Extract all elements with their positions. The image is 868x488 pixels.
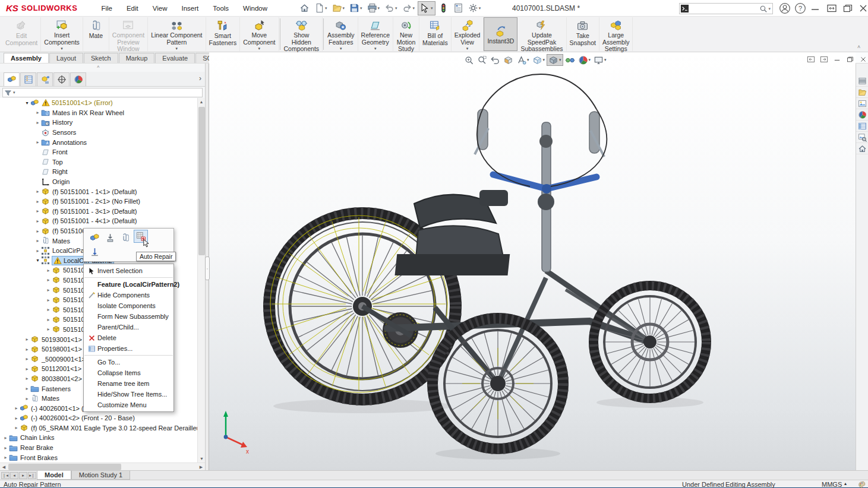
menu-item-hide-show-tree-items[interactable]: Hide/Show Tree Items...	[84, 389, 173, 400]
model-canvas[interactable]: x	[209, 52, 856, 470]
tree-row[interactable]: ▸(f) 50151001 - 2<1> (No Fillet)	[0, 197, 197, 207]
menu-view[interactable]: View	[146, 2, 175, 15]
expand-closed-icon[interactable]: ▸	[34, 229, 41, 234]
expand-closed-icon[interactable]: ▸	[45, 287, 52, 293]
search-dropdown-icon[interactable]: ▾	[768, 7, 771, 11]
appearance-status-icon[interactable]	[858, 481, 866, 488]
expand-closed-icon[interactable]: ▸	[2, 455, 9, 460]
dropdown-icon[interactable]: ▾	[176, 46, 178, 51]
scroll-thumb[interactable]	[198, 107, 205, 255]
expand-closed-icon[interactable]: ▸	[24, 386, 30, 391]
tab-model[interactable]: Model	[37, 471, 71, 480]
panel-tab-config-manager[interactable]	[37, 72, 53, 86]
tab-layout[interactable]: Layout	[49, 53, 83, 63]
tree-row[interactable]: ▸Front Brakes	[0, 452, 197, 462]
ribbon-assembly-features[interactable]: Assembly Features▾	[324, 17, 358, 51]
ribbon-show-hidden-components[interactable]: Show Hidden Components	[281, 17, 323, 51]
taskpane-view-palette-button[interactable]	[856, 132, 868, 143]
expand-closed-icon[interactable]: ▸	[13, 405, 20, 411]
status-units[interactable]: MMGS	[822, 481, 842, 488]
ribbon-update-speedpak-subassemblies[interactable]: Update SpeedPak Subassemblies	[517, 17, 566, 51]
front-wheel[interactable]	[433, 318, 563, 449]
qa-redo[interactable]: ▾	[400, 1, 417, 15]
expand-closed-icon[interactable]: ▸	[34, 189, 41, 194]
expand-closed-icon[interactable]: ▸	[45, 317, 52, 322]
select-dropdown-icon[interactable]: ▾	[431, 6, 433, 11]
taskpane-file-explorer-button[interactable]	[856, 98, 868, 109]
filter-dropdown-icon[interactable]: ▾	[13, 90, 15, 95]
qa-options[interactable]: ▾	[466, 1, 483, 15]
dropdown-icon[interactable]: ▾	[466, 46, 469, 51]
new-document-dropdown-icon[interactable]: ▾	[325, 6, 327, 11]
tree-row[interactable]: ▸Rear Brake	[0, 443, 197, 453]
panel-flyout-icon[interactable]: ›	[199, 74, 201, 83]
hud-zoom-to-fit-button[interactable]	[463, 54, 475, 66]
expand-closed-icon[interactable]: ▸	[24, 396, 30, 401]
account-icon[interactable]	[779, 2, 791, 14]
ribbon-new-motion-study[interactable]: New Motion Study	[393, 17, 419, 51]
pin-menu-icon[interactable]	[278, 2, 290, 14]
dropdown-icon[interactable]: ▾	[340, 46, 342, 51]
expand-closed-icon[interactable]: ▸	[34, 208, 41, 214]
ribbon-bill-of-materials[interactable]: Bill of Materials	[419, 17, 452, 51]
tree-horizontal-scrollbar[interactable]: ◀ ▶	[0, 462, 205, 470]
menu-item-rename-tree-item[interactable]: Rename tree item	[84, 378, 173, 389]
search-icon[interactable]	[759, 5, 768, 13]
menu-file[interactable]: File	[94, 2, 119, 15]
expand-closed-icon[interactable]: ▸	[45, 307, 52, 312]
ribbon-instant3d[interactable]: Instant3D	[484, 17, 517, 51]
undo-dropdown-icon[interactable]: ▾	[395, 6, 397, 11]
expand-closed-icon[interactable]: ▸	[24, 366, 30, 372]
menu-tools[interactable]: Tools	[206, 2, 236, 15]
menu-item-customize-menu[interactable]: Customize Menu	[84, 400, 173, 410]
tab-markup[interactable]: Markup	[119, 53, 155, 63]
tab-assembly[interactable]: Assembly	[4, 53, 49, 63]
qa-file-properties[interactable]	[452, 1, 465, 15]
expand-closed-icon[interactable]: ▸	[34, 120, 41, 125]
study-nav-0[interactable]: ❘◂	[1, 472, 10, 479]
doc-pane-right-button[interactable]	[819, 55, 828, 64]
print-dropdown-icon[interactable]: ▾	[378, 6, 380, 11]
search-input[interactable]	[689, 4, 759, 13]
span-displays-button[interactable]	[826, 2, 838, 14]
tree-row[interactable]: ▸Chain Links	[0, 433, 197, 443]
tree-row[interactable]: Right	[0, 167, 197, 177]
expand-closed-icon[interactable]: ▸	[45, 268, 52, 273]
menu-item-isolate-components[interactable]: Isolate Components	[84, 300, 173, 311]
expand-open-icon[interactable]: ▾	[34, 258, 41, 263]
hud-view-orientation-button[interactable]: ▾	[531, 54, 547, 66]
expand-closed-icon[interactable]: ▸	[34, 218, 41, 224]
taskpane-custom-properties-button[interactable]	[856, 121, 868, 132]
search-box[interactable]: ▾	[679, 3, 773, 14]
panel-tab-feature-manager[interactable]	[4, 72, 20, 86]
menu-item-invert-selection[interactable]: Invert Selection	[84, 265, 173, 276]
taskpane-solidworks-resources-button[interactable]	[856, 75, 868, 87]
annotation-visibility-dropdown-icon[interactable]: ▾	[527, 58, 529, 62]
ribbon-take-snapshot[interactable]: Take Snapshot	[567, 17, 599, 51]
hud-hide-show-items-button[interactable]	[564, 54, 576, 66]
tree-row[interactable]: ▸(f) 50151001 - 4<1> (Default)	[0, 216, 197, 226]
hud-display-style-button[interactable]: ▾	[547, 54, 563, 66]
qa-print[interactable]: ▾	[365, 1, 382, 15]
context-toolbar-suppress-button[interactable]	[103, 231, 117, 244]
expand-closed-icon[interactable]: ▸	[2, 435, 9, 441]
options-dropdown-icon[interactable]: ▾	[479, 6, 481, 11]
minimize-button[interactable]	[809, 2, 821, 14]
expand-closed-icon[interactable]: ▸	[45, 277, 52, 283]
dropdown-icon[interactable]: ▾	[258, 46, 261, 51]
expand-closed-icon[interactable]: ▸	[24, 347, 30, 352]
menu-item-parent-child[interactable]: Parent/Child...	[84, 322, 173, 332]
tree-filter[interactable]: ▾	[2, 88, 203, 97]
rear-right-wheel[interactable]	[594, 286, 706, 398]
doc-win-restore-button[interactable]	[845, 55, 854, 64]
units-dropdown-icon[interactable]: ▴	[844, 481, 847, 486]
tree-row[interactable]: ▸(f) 05_SRAM X01 Eagle Type 3.0 12-speed…	[0, 423, 197, 433]
tab-sketch[interactable]: Sketch	[84, 53, 118, 63]
context-toolbar-mate-button[interactable]	[118, 231, 132, 244]
expand-closed-icon[interactable]: ▸	[2, 445, 9, 451]
qa-home[interactable]	[298, 1, 311, 15]
tree-row[interactable]: Origin	[0, 177, 197, 187]
ribbon-reference-geometry[interactable]: Reference Geometry▾	[358, 17, 393, 51]
study-nav-3[interactable]: ▸❘	[28, 472, 36, 479]
taskpane-design-library-button[interactable]	[856, 87, 868, 98]
